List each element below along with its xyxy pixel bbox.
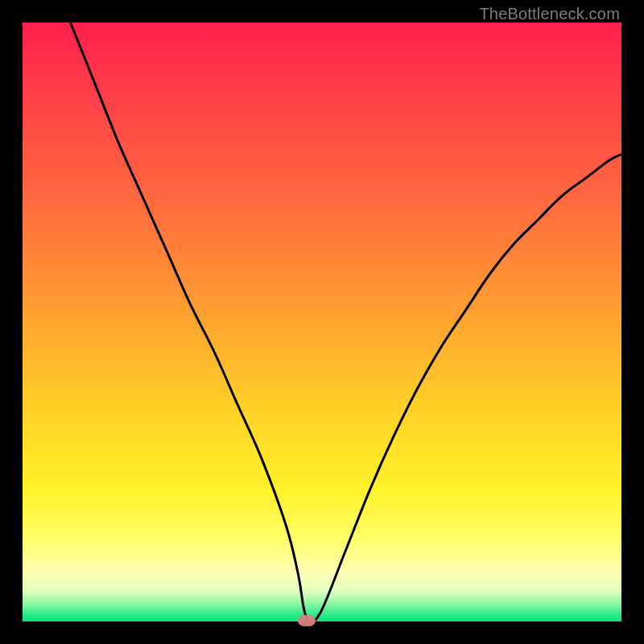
- bottleneck-curve: [23, 23, 621, 621]
- watermark-text: TheBottleneck.com: [479, 5, 620, 23]
- plot-area: [23, 23, 621, 621]
- optimum-marker: [298, 615, 316, 626]
- chart-frame: TheBottleneck.com: [0, 0, 644, 644]
